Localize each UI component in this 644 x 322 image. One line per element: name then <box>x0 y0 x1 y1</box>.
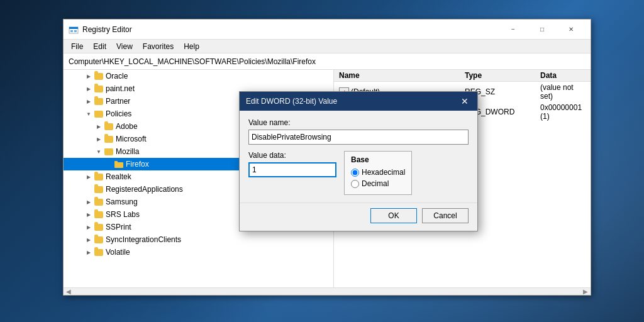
folder-icon-syncintegration <box>94 235 104 245</box>
expand-arrow-microsoft: ▶ <box>94 134 104 144</box>
base-title: Base <box>351 155 405 164</box>
radio-decimal[interactable]: Decimal <box>351 179 405 188</box>
expand-arrow-volatile: ▶ <box>84 247 94 257</box>
tree-label-paintnet: paint.net <box>106 84 135 93</box>
col-data: Data <box>540 71 586 80</box>
menu-edit[interactable]: Edit <box>88 41 111 52</box>
folder-icon-volatile <box>94 247 104 257</box>
menu-help[interactable]: Help <box>179 41 204 52</box>
value-data-input[interactable] <box>248 162 336 177</box>
dialog-buttons: OK Cancel <box>240 203 477 231</box>
detail-header: Name Type Data <box>334 70 591 82</box>
value-name-label: Value name: <box>248 118 469 127</box>
tree-label-partner: Partner <box>106 97 130 106</box>
horizontal-scrollbar: ◀ ▶ <box>64 287 591 295</box>
menu-favorites[interactable]: Favorites <box>138 41 179 52</box>
dialog-data-row: Value data: Base Hexadecimal Decimal <box>248 151 469 195</box>
expand-arrow-syncintegration: ▶ <box>84 235 94 245</box>
radio-dec-label: Decimal <box>362 179 389 188</box>
dialog-title-bar: Edit DWORD (32-bit) Value ✕ <box>240 92 477 111</box>
base-group: Base Hexadecimal Decimal <box>344 151 412 195</box>
value-data-label: Value data: <box>248 151 336 160</box>
title-bar: Registry Editor − □ ✕ <box>64 19 591 40</box>
tree-item-volatile[interactable]: ▶ Volatile <box>64 246 333 258</box>
radio-hex-label: Hexadecimal <box>362 168 405 177</box>
radio-dec-input[interactable] <box>351 180 359 188</box>
svg-rect-3 <box>74 30 77 32</box>
folder-icon-mozilla <box>104 147 114 157</box>
folder-icon-ssprint <box>94 222 104 232</box>
app-icon <box>69 25 79 35</box>
folder-icon-samsung <box>94 197 104 207</box>
value-name-input[interactable] <box>248 130 469 145</box>
expand-arrow-firefox <box>104 159 114 169</box>
tree-label-firefox: Firefox <box>126 160 149 169</box>
menu-view[interactable]: View <box>111 41 138 52</box>
minimize-button[interactable]: − <box>499 19 528 40</box>
folder-icon-registeredapps <box>94 184 104 194</box>
folder-icon-oracle <box>94 71 104 81</box>
value-data-section: Value data: <box>248 151 336 177</box>
tree-label-microsoft: Microsoft <box>116 135 147 143</box>
expand-arrow-samsung: ▶ <box>84 197 94 207</box>
expand-arrow-partner: ▶ <box>84 96 94 106</box>
svg-rect-6 <box>114 161 118 163</box>
col-type: Type <box>465 71 540 80</box>
menu-file[interactable]: File <box>66 41 88 52</box>
radio-hexadecimal[interactable]: Hexadecimal <box>351 168 405 177</box>
folder-icon-partner <box>94 96 104 106</box>
tree-label-syncintegration: SyncIntegrationClients <box>106 235 181 244</box>
tree-label-mozilla: Mozilla <box>116 147 139 156</box>
expand-arrow-realtek: ▶ <box>84 172 94 182</box>
tree-item-syncintegration[interactable]: ▶ SyncIntegrationClients <box>64 233 333 246</box>
dialog-close-button[interactable]: ✕ <box>458 95 471 108</box>
folder-icon-realtek <box>94 172 104 182</box>
tree-label-adobe: Adobe <box>116 122 138 131</box>
folder-icon-policies <box>94 109 104 119</box>
window-title: Registry Editor <box>82 25 499 34</box>
folder-icon-microsoft <box>104 134 114 144</box>
dialog-body: Value name: Value data: Base Hexadecimal… <box>240 111 477 203</box>
tree-label-policies: Policies <box>106 109 131 118</box>
window-controls: − □ ✕ <box>499 19 586 40</box>
cancel-button[interactable]: Cancel <box>422 208 469 223</box>
svg-rect-1 <box>69 27 78 29</box>
expand-arrow-adobe: ▶ <box>94 121 104 131</box>
tree-label-ssprint: SSPrint <box>106 223 131 231</box>
expand-arrow-srslabs: ▶ <box>84 209 94 219</box>
expand-arrow-oracle: ▶ <box>84 71 94 81</box>
folder-icon-adobe <box>104 121 114 131</box>
expand-arrow-policies: ▼ <box>84 109 94 119</box>
ok-button[interactable]: OK <box>370 208 417 223</box>
address-bar: Computer\HKEY_LOCAL_MACHINE\SOFTWARE\Pol… <box>64 53 591 70</box>
folder-icon-paintnet <box>94 84 104 94</box>
svg-rect-2 <box>70 30 73 32</box>
tree-label-srslabs: SRS Labs <box>106 210 140 219</box>
maximize-button[interactable]: □ <box>528 19 557 40</box>
radio-hex-input[interactable] <box>351 169 359 177</box>
tree-item-oracle[interactable]: ▶ Oracle <box>64 70 333 82</box>
detail-data-dword: 0x00000001 (1) <box>540 103 586 121</box>
expand-arrow-paintnet: ▶ <box>84 84 94 94</box>
tree-label-registeredapps: RegisteredApplications <box>106 185 183 194</box>
tree-label-samsung: Samsung <box>106 197 138 206</box>
menu-bar: File Edit View Favorites Help <box>64 40 591 53</box>
folder-icon-firefox <box>114 159 124 169</box>
detail-data-default: (value not set) <box>540 83 586 101</box>
close-button[interactable]: ✕ <box>557 19 586 40</box>
folder-icon-srslabs <box>94 209 104 219</box>
tree-label-oracle: Oracle <box>106 72 128 80</box>
col-name: Name <box>339 71 465 80</box>
edit-dword-dialog: Edit DWORD (32-bit) Value ✕ Value name: … <box>239 91 478 231</box>
tree-label-realtek: Realtek <box>106 172 131 181</box>
tree-label-volatile: Volatile <box>106 248 130 257</box>
expand-arrow-ssprint: ▶ <box>84 222 94 232</box>
expand-arrow-mozilla: ▼ <box>94 147 104 157</box>
address-path[interactable]: Computer\HKEY_LOCAL_MACHINE\SOFTWARE\Pol… <box>69 57 586 66</box>
dialog-title-text: Edit DWORD (32-bit) Value <box>246 97 337 106</box>
expand-arrow-registeredapps <box>84 184 94 194</box>
